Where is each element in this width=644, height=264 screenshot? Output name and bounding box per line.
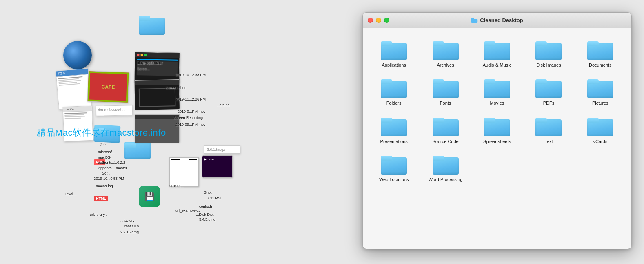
folder-label-fonts: Fonts: [440, 100, 451, 106]
watermark-text: 精品Mac软件尽在macstore.info: [37, 127, 166, 139]
folder-label-documents: Documents: [589, 62, 612, 68]
folder-label-folders: Folders: [386, 100, 402, 106]
folder-label-audio-music: Audio & Music: [483, 62, 511, 68]
folder-label-archives: Archives: [437, 62, 454, 68]
label-authenti: authenti...1.0.2.2: [98, 161, 125, 165]
window-title-area: Cleaned Desktop: [471, 17, 523, 23]
label-appears: Appears...-master: [98, 166, 127, 170]
tar-gz-file: -3.6.1.tar.gz: [204, 145, 240, 154]
label-ultra-optimizer: ultra-optimizer: [137, 60, 162, 65]
folder-icon-pdfs: [535, 78, 562, 98]
folder-label-presentations: Presentations: [380, 139, 408, 144]
folder-label-disk-images: Disk Images: [536, 62, 561, 68]
minimize-button[interactable]: [376, 18, 381, 23]
tg-p-doc: TG P...: [56, 68, 91, 110]
finder-titlebar: Cleaned Desktop: [363, 13, 631, 28]
finder-window: Cleaned Desktop Applications Archives Au…: [362, 12, 632, 249]
label-date5: 2019-10...0.53 PM: [94, 177, 124, 181]
folder-label-applications: Applications: [382, 62, 406, 68]
folder-item-pictures[interactable]: Pictures: [575, 74, 625, 109]
title-folder-icon: [471, 18, 477, 23]
folder-item-archives[interactable]: Archives: [420, 36, 470, 71]
label-date1: 2019-10...2.38 PM: [175, 73, 206, 77]
folder-item-audio-music[interactable]: Audio & Music: [472, 36, 522, 71]
label-date3: 2019-0...PM.mov: [178, 110, 206, 114]
folder-icon-movies: [484, 78, 510, 98]
label-date6: 2019-1...: [169, 184, 184, 188]
folder-item-fonts[interactable]: Fonts: [420, 74, 470, 109]
label-shot1: Shot: [204, 190, 212, 195]
disk-diet-icon: 💾: [139, 186, 160, 207]
label-version1: 5.4.5.dmg: [199, 217, 215, 221]
folder-icon-word-processing: [433, 154, 459, 175]
label-macos: macOS-: [98, 155, 111, 159]
label-factory: ...factory: [120, 219, 135, 223]
folder-item-word-processing[interactable]: Word Processing: [420, 151, 470, 186]
folder-icon-fonts: [433, 78, 459, 98]
mov-thumb: ▶ .mov: [202, 155, 233, 178]
label-disk-diet: ...Disk Diet: [196, 213, 214, 217]
label-root: root.r.u.s: [124, 224, 139, 228]
folder-icon-text: [535, 116, 562, 136]
traffic-lights: [368, 18, 389, 23]
folder-icon-source-code: [433, 116, 459, 136]
folder-item-vcards[interactable]: vCards: [575, 113, 625, 148]
globe-icon: [63, 41, 92, 69]
folder-item-text[interactable]: Text: [524, 113, 573, 148]
folder-icon-spreadsheets: [484, 116, 510, 136]
folder-item-spreadsheets[interactable]: Spreadsheets: [472, 113, 522, 148]
folder-grid: Applications Archives Audio & Music Disk…: [363, 28, 631, 194]
folder-label-pdfs: PDFs: [543, 100, 555, 106]
folder-item-presentations[interactable]: Presentations: [369, 113, 419, 148]
html-badge: HTML: [94, 196, 108, 201]
qr-code: [169, 157, 199, 187]
label-screensh: Screen Shot: [165, 86, 186, 90]
label-macos-log: macos-log...: [96, 184, 116, 188]
embossed-label: dm-embossed-...: [96, 105, 133, 116]
folder-item-movies[interactable]: Movies: [472, 74, 522, 109]
maximize-button[interactable]: [384, 18, 389, 23]
folder-item-documents[interactable]: Documents: [575, 36, 625, 71]
folder-icon-archives: [433, 40, 459, 60]
desktop-pile: TG P... CAFE Invoice dm-embossed-... ZIP: [0, 0, 261, 264]
screen-recording-2: [134, 79, 180, 110]
folder-icon-web-locations: [381, 154, 407, 175]
folder-label-vcards: vCards: [593, 139, 607, 144]
folder-icon-applications: [381, 40, 407, 60]
label-screenrec1: Screen Recording: [173, 116, 203, 120]
cafe-sign-img: CAFE: [87, 71, 129, 103]
label-version2: 2.9.15.dmg: [120, 230, 139, 234]
label-microsoft: microsof...: [98, 150, 115, 154]
folder-item-folders[interactable]: Folders: [369, 74, 419, 109]
folder-label-text: Text: [544, 139, 553, 144]
label-scr2: Scr...: [102, 171, 111, 175]
folder-label-pictures: Pictures: [592, 100, 608, 106]
folder-label-movies: Movies: [490, 100, 504, 106]
label-date4: 2019-09...PM.mov: [175, 123, 206, 127]
label-url-library: url.library...: [90, 213, 108, 217]
folder-icon-vcards: [587, 116, 613, 136]
folder-icon-folders: [381, 78, 407, 98]
folder-item-source-code[interactable]: Source Code: [420, 113, 470, 148]
label-config: config.h: [199, 204, 212, 208]
folder-icon-documents: [587, 40, 613, 60]
folder-icon-presentations: [381, 116, 407, 136]
folder-label-spreadsheets: Spreadsheets: [483, 139, 511, 144]
folder-pile-top: [139, 14, 165, 35]
folder-item-disk-images[interactable]: Disk Images: [524, 36, 573, 71]
folder-item-pdfs[interactable]: PDFs: [524, 74, 573, 109]
folder-item-web-locations[interactable]: Web Locations: [369, 151, 419, 186]
folder-icon-disk-images: [535, 40, 562, 60]
label-scree: Scree...: [137, 67, 149, 71]
folder-icon-pictures: [587, 78, 613, 98]
close-button[interactable]: [368, 18, 373, 23]
label-date7: ...7.31 PM: [204, 196, 221, 200]
folder-label-word-processing: Word Processing: [429, 177, 463, 182]
folder-label-web-locations: Web Locations: [379, 177, 409, 182]
folder-icon-audio-music: [484, 40, 510, 60]
label-invoi2: Invoi...: [65, 192, 76, 196]
label-url-example: url_example-...: [175, 208, 200, 213]
folder-label-source-code: Source Code: [432, 139, 458, 144]
window-title: Cleaned Desktop: [480, 17, 523, 23]
folder-item-applications[interactable]: Applications: [369, 36, 419, 71]
